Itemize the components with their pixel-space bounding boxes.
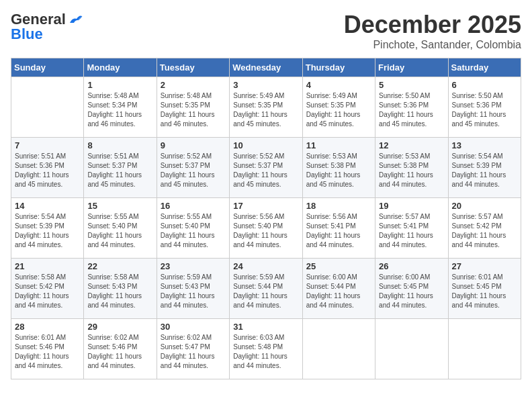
calendar-cell: 15Sunrise: 5:55 AM Sunset: 5:40 PM Dayli… bbox=[84, 198, 157, 259]
day-info: Sunrise: 6:02 AM Sunset: 5:47 PM Dayligh… bbox=[161, 333, 226, 371]
day-number: 3 bbox=[233, 80, 298, 90]
calendar-cell: 18Sunrise: 5:56 AM Sunset: 5:41 PM Dayli… bbox=[302, 198, 375, 259]
calendar-week-row: 14Sunrise: 5:54 AM Sunset: 5:39 PM Dayli… bbox=[11, 198, 521, 259]
calendar-cell: 4Sunrise: 5:49 AM Sunset: 5:35 PM Daylig… bbox=[302, 77, 375, 138]
day-number: 31 bbox=[233, 322, 298, 332]
calendar-body: 1Sunrise: 5:48 AM Sunset: 5:34 PM Daylig… bbox=[11, 77, 521, 379]
calendar-cell: 19Sunrise: 5:57 AM Sunset: 5:41 PM Dayli… bbox=[375, 198, 448, 259]
day-info: Sunrise: 5:58 AM Sunset: 5:42 PM Dayligh… bbox=[15, 273, 80, 310]
weekday-header-friday: Friday bbox=[375, 58, 448, 77]
day-number: 30 bbox=[161, 322, 226, 332]
location-title: Pinchote, Santander, Colombia bbox=[344, 39, 521, 51]
calendar-cell: 24Sunrise: 5:59 AM Sunset: 5:44 PM Dayli… bbox=[230, 259, 302, 319]
day-number: 21 bbox=[15, 261, 80, 271]
calendar-cell: 11Sunrise: 5:53 AM Sunset: 5:38 PM Dayli… bbox=[302, 138, 375, 198]
weekday-header-wednesday: Wednesday bbox=[230, 58, 302, 77]
calendar-cell: 2Sunrise: 5:48 AM Sunset: 5:35 PM Daylig… bbox=[157, 77, 229, 138]
day-info: Sunrise: 5:52 AM Sunset: 5:37 PM Dayligh… bbox=[161, 152, 226, 189]
calendar-table: SundayMondayTuesdayWednesdayThursdayFrid… bbox=[11, 58, 521, 379]
weekday-header-sunday: Sunday bbox=[11, 58, 84, 77]
weekday-header-thursday: Thursday bbox=[302, 58, 375, 77]
day-number: 27 bbox=[452, 261, 517, 271]
month-title: December 2025 bbox=[344, 11, 521, 39]
calendar-cell: 16Sunrise: 5:55 AM Sunset: 5:40 PM Dayli… bbox=[157, 198, 229, 259]
day-info: Sunrise: 6:00 AM Sunset: 5:45 PM Dayligh… bbox=[379, 273, 444, 310]
day-info: Sunrise: 6:02 AM Sunset: 5:46 PM Dayligh… bbox=[87, 333, 152, 371]
calendar-cell: 28Sunrise: 6:01 AM Sunset: 5:46 PM Dayli… bbox=[11, 319, 84, 379]
day-info: Sunrise: 6:03 AM Sunset: 5:48 PM Dayligh… bbox=[233, 333, 298, 371]
calendar-cell: 1Sunrise: 5:48 AM Sunset: 5:34 PM Daylig… bbox=[84, 77, 157, 138]
day-info: Sunrise: 5:53 AM Sunset: 5:38 PM Dayligh… bbox=[379, 152, 444, 189]
logo-bird-icon bbox=[69, 13, 83, 26]
weekday-header-monday: Monday bbox=[84, 58, 157, 77]
calendar-cell bbox=[11, 77, 84, 138]
day-number: 15 bbox=[87, 201, 152, 211]
calendar-cell: 22Sunrise: 5:58 AM Sunset: 5:43 PM Dayli… bbox=[84, 259, 157, 319]
weekday-header-saturday: Saturday bbox=[448, 58, 521, 77]
calendar-cell bbox=[448, 319, 521, 379]
day-info: Sunrise: 5:57 AM Sunset: 5:41 PM Dayligh… bbox=[379, 212, 444, 250]
calendar-cell: 10Sunrise: 5:52 AM Sunset: 5:37 PM Dayli… bbox=[230, 138, 302, 198]
day-info: Sunrise: 5:51 AM Sunset: 5:37 PM Dayligh… bbox=[87, 152, 152, 189]
day-number: 17 bbox=[233, 201, 298, 211]
day-info: Sunrise: 5:48 AM Sunset: 5:34 PM Dayligh… bbox=[87, 91, 152, 129]
page-header: General Blue December 2025 Pinchote, San… bbox=[11, 11, 521, 51]
calendar-header-row: SundayMondayTuesdayWednesdayThursdayFrid… bbox=[11, 58, 521, 77]
day-info: Sunrise: 5:53 AM Sunset: 5:38 PM Dayligh… bbox=[306, 152, 371, 189]
day-number: 23 bbox=[161, 261, 226, 271]
day-number: 25 bbox=[306, 261, 371, 271]
calendar-cell: 14Sunrise: 5:54 AM Sunset: 5:39 PM Dayli… bbox=[11, 198, 84, 259]
day-info: Sunrise: 5:55 AM Sunset: 5:40 PM Dayligh… bbox=[161, 212, 226, 250]
day-number: 9 bbox=[161, 140, 226, 150]
title-section: December 2025 Pinchote, Santander, Colom… bbox=[344, 11, 521, 51]
calendar-cell: 23Sunrise: 5:59 AM Sunset: 5:43 PM Dayli… bbox=[157, 259, 229, 319]
calendar-cell: 3Sunrise: 5:49 AM Sunset: 5:35 PM Daylig… bbox=[230, 77, 302, 138]
day-info: Sunrise: 5:50 AM Sunset: 5:36 PM Dayligh… bbox=[452, 91, 517, 129]
day-number: 7 bbox=[15, 140, 80, 150]
calendar-cell: 17Sunrise: 5:56 AM Sunset: 5:40 PM Dayli… bbox=[230, 198, 302, 259]
day-number: 14 bbox=[15, 201, 80, 211]
weekday-header-tuesday: Tuesday bbox=[157, 58, 229, 77]
day-info: Sunrise: 5:56 AM Sunset: 5:40 PM Dayligh… bbox=[233, 212, 298, 250]
day-number: 22 bbox=[87, 261, 152, 271]
day-info: Sunrise: 5:52 AM Sunset: 5:37 PM Dayligh… bbox=[233, 152, 298, 189]
day-number: 28 bbox=[15, 322, 80, 332]
calendar-cell: 25Sunrise: 6:00 AM Sunset: 5:44 PM Dayli… bbox=[302, 259, 375, 319]
calendar-week-row: 28Sunrise: 6:01 AM Sunset: 5:46 PM Dayli… bbox=[11, 319, 521, 379]
logo: General Blue bbox=[11, 11, 83, 43]
calendar-week-row: 7Sunrise: 5:51 AM Sunset: 5:36 PM Daylig… bbox=[11, 138, 521, 198]
day-number: 18 bbox=[306, 201, 371, 211]
calendar-week-row: 1Sunrise: 5:48 AM Sunset: 5:34 PM Daylig… bbox=[11, 77, 521, 138]
day-info: Sunrise: 5:58 AM Sunset: 5:43 PM Dayligh… bbox=[87, 273, 152, 310]
day-number: 8 bbox=[87, 140, 152, 150]
day-info: Sunrise: 5:57 AM Sunset: 5:42 PM Dayligh… bbox=[452, 212, 517, 250]
calendar-week-row: 21Sunrise: 5:58 AM Sunset: 5:42 PM Dayli… bbox=[11, 259, 521, 319]
day-number: 19 bbox=[379, 201, 444, 211]
calendar-cell: 12Sunrise: 5:53 AM Sunset: 5:38 PM Dayli… bbox=[375, 138, 448, 198]
day-number: 10 bbox=[233, 140, 298, 150]
day-number: 29 bbox=[87, 322, 152, 332]
day-info: Sunrise: 5:48 AM Sunset: 5:35 PM Dayligh… bbox=[161, 91, 226, 129]
day-number: 1 bbox=[87, 80, 152, 90]
day-info: Sunrise: 5:50 AM Sunset: 5:36 PM Dayligh… bbox=[379, 91, 444, 129]
logo-blue: Blue bbox=[11, 26, 43, 43]
day-info: Sunrise: 5:56 AM Sunset: 5:41 PM Dayligh… bbox=[306, 212, 371, 250]
day-number: 2 bbox=[161, 80, 226, 90]
calendar-cell: 20Sunrise: 5:57 AM Sunset: 5:42 PM Dayli… bbox=[448, 198, 521, 259]
day-number: 12 bbox=[379, 140, 444, 150]
day-info: Sunrise: 6:01 AM Sunset: 5:46 PM Dayligh… bbox=[15, 333, 80, 371]
calendar-cell: 26Sunrise: 6:00 AM Sunset: 5:45 PM Dayli… bbox=[375, 259, 448, 319]
day-info: Sunrise: 5:59 AM Sunset: 5:43 PM Dayligh… bbox=[161, 273, 226, 310]
day-info: Sunrise: 6:00 AM Sunset: 5:44 PM Dayligh… bbox=[306, 273, 371, 310]
day-number: 5 bbox=[379, 80, 444, 90]
calendar-cell bbox=[302, 319, 375, 379]
day-info: Sunrise: 5:49 AM Sunset: 5:35 PM Dayligh… bbox=[233, 91, 298, 129]
day-number: 13 bbox=[452, 140, 517, 150]
day-info: Sunrise: 5:51 AM Sunset: 5:36 PM Dayligh… bbox=[15, 152, 80, 189]
day-info: Sunrise: 5:49 AM Sunset: 5:35 PM Dayligh… bbox=[306, 91, 371, 129]
day-info: Sunrise: 5:54 AM Sunset: 5:39 PM Dayligh… bbox=[15, 212, 80, 250]
day-number: 20 bbox=[452, 201, 517, 211]
day-number: 26 bbox=[379, 261, 444, 271]
day-number: 6 bbox=[452, 80, 517, 90]
calendar-cell: 27Sunrise: 6:01 AM Sunset: 5:45 PM Dayli… bbox=[448, 259, 521, 319]
